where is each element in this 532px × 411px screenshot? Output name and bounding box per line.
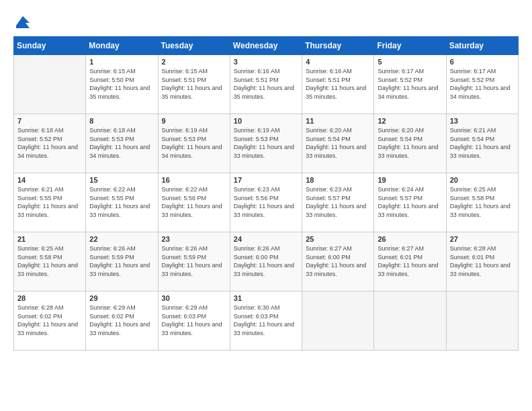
day-header-tuesday: Tuesday bbox=[158, 37, 230, 55]
day-cell: 22Sunrise: 6:26 AMSunset: 5:59 PMDayligh… bbox=[86, 232, 158, 291]
day-cell: 23Sunrise: 6:26 AMSunset: 5:59 PMDayligh… bbox=[158, 232, 230, 291]
day-content: Sunrise: 6:23 AMSunset: 5:57 PMDaylight:… bbox=[306, 185, 370, 219]
day-content: Sunrise: 6:28 AMSunset: 6:01 PMDaylight:… bbox=[450, 244, 515, 278]
day-number: 3 bbox=[234, 58, 298, 66]
day-content: Sunrise: 6:29 AMSunset: 6:02 PMDaylight:… bbox=[89, 304, 154, 337]
day-cell: 14Sunrise: 6:21 AMSunset: 5:55 PMDayligh… bbox=[14, 173, 86, 232]
day-number: 19 bbox=[378, 176, 442, 184]
day-number: 31 bbox=[234, 294, 298, 302]
day-number: 23 bbox=[162, 235, 226, 243]
day-cell: 9Sunrise: 6:19 AMSunset: 5:53 PMDaylight… bbox=[158, 114, 230, 173]
day-header-thursday: Thursday bbox=[302, 37, 374, 55]
day-content: Sunrise: 6:17 AMSunset: 5:52 PMDaylight:… bbox=[378, 67, 442, 101]
day-content: Sunrise: 6:27 AMSunset: 6:01 PMDaylight:… bbox=[378, 244, 442, 278]
day-cell: 29Sunrise: 6:29 AMSunset: 6:02 PMDayligh… bbox=[86, 291, 158, 351]
day-content: Sunrise: 6:28 AMSunset: 6:02 PMDaylight:… bbox=[17, 304, 82, 337]
day-cell: 24Sunrise: 6:26 AMSunset: 6:00 PMDayligh… bbox=[230, 232, 302, 291]
svg-marker-0 bbox=[16, 16, 30, 28]
day-number: 8 bbox=[89, 117, 154, 125]
day-content: Sunrise: 6:25 AMSunset: 5:58 PMDaylight:… bbox=[450, 185, 515, 219]
day-cell: 21Sunrise: 6:25 AMSunset: 5:58 PMDayligh… bbox=[14, 232, 86, 291]
header bbox=[13, 13, 519, 30]
day-number: 18 bbox=[306, 176, 370, 184]
day-number: 24 bbox=[234, 235, 298, 243]
day-cell: 15Sunrise: 6:22 AMSunset: 5:55 PMDayligh… bbox=[86, 173, 158, 232]
day-cell: 19Sunrise: 6:24 AMSunset: 5:57 PMDayligh… bbox=[374, 173, 446, 232]
week-row-2: 14Sunrise: 6:21 AMSunset: 5:55 PMDayligh… bbox=[14, 173, 519, 232]
day-cell bbox=[374, 291, 446, 351]
day-cell: 18Sunrise: 6:23 AMSunset: 5:57 PMDayligh… bbox=[302, 173, 374, 232]
day-cell: 12Sunrise: 6:20 AMSunset: 5:54 PMDayligh… bbox=[374, 114, 446, 173]
header-row: SundayMondayTuesdayWednesdayThursdayFrid… bbox=[14, 37, 519, 55]
calendar-table: SundayMondayTuesdayWednesdayThursdayFrid… bbox=[13, 36, 519, 351]
day-cell: 13Sunrise: 6:21 AMSunset: 5:54 PMDayligh… bbox=[446, 114, 518, 173]
day-number: 11 bbox=[306, 117, 370, 125]
day-content: Sunrise: 6:26 AMSunset: 5:59 PMDaylight:… bbox=[89, 244, 154, 278]
day-content: Sunrise: 6:19 AMSunset: 5:53 PMDaylight:… bbox=[162, 126, 226, 160]
day-header-friday: Friday bbox=[374, 37, 446, 55]
day-content: Sunrise: 6:17 AMSunset: 5:52 PMDaylight:… bbox=[450, 67, 515, 101]
day-number: 20 bbox=[450, 176, 515, 184]
day-content: Sunrise: 6:30 AMSunset: 6:03 PMDaylight:… bbox=[234, 304, 298, 337]
day-content: Sunrise: 6:18 AMSunset: 5:52 PMDaylight:… bbox=[17, 126, 82, 160]
day-header-sunday: Sunday bbox=[14, 37, 86, 55]
day-cell: 26Sunrise: 6:27 AMSunset: 6:01 PMDayligh… bbox=[374, 232, 446, 291]
day-cell: 30Sunrise: 6:29 AMSunset: 6:03 PMDayligh… bbox=[158, 291, 230, 351]
day-number: 14 bbox=[17, 176, 82, 184]
day-header-wednesday: Wednesday bbox=[230, 37, 302, 55]
day-content: Sunrise: 6:16 AMSunset: 5:51 PMDaylight:… bbox=[234, 67, 298, 101]
day-cell: 31Sunrise: 6:30 AMSunset: 6:03 PMDayligh… bbox=[230, 291, 302, 351]
day-cell: 11Sunrise: 6:20 AMSunset: 5:54 PMDayligh… bbox=[302, 114, 374, 173]
day-number: 4 bbox=[306, 58, 370, 66]
day-cell: 25Sunrise: 6:27 AMSunset: 6:00 PMDayligh… bbox=[302, 232, 374, 291]
day-number: 5 bbox=[378, 58, 442, 66]
day-content: Sunrise: 6:20 AMSunset: 5:54 PMDaylight:… bbox=[378, 126, 442, 160]
day-content: Sunrise: 6:21 AMSunset: 5:54 PMDaylight:… bbox=[450, 126, 515, 160]
day-number: 1 bbox=[89, 58, 154, 66]
day-cell: 27Sunrise: 6:28 AMSunset: 6:01 PMDayligh… bbox=[446, 232, 518, 291]
day-content: Sunrise: 6:22 AMSunset: 5:56 PMDaylight:… bbox=[162, 185, 226, 219]
day-content: Sunrise: 6:23 AMSunset: 5:56 PMDaylight:… bbox=[234, 185, 298, 219]
day-cell: 4Sunrise: 6:16 AMSunset: 5:51 PMDaylight… bbox=[302, 55, 374, 114]
day-content: Sunrise: 6:15 AMSunset: 5:50 PMDaylight:… bbox=[89, 67, 154, 101]
day-number: 21 bbox=[17, 235, 82, 243]
day-number: 22 bbox=[89, 235, 154, 243]
day-content: Sunrise: 6:19 AMSunset: 5:53 PMDaylight:… bbox=[234, 126, 298, 160]
day-content: Sunrise: 6:24 AMSunset: 5:57 PMDaylight:… bbox=[378, 185, 442, 219]
day-cell: 28Sunrise: 6:28 AMSunset: 6:02 PMDayligh… bbox=[14, 291, 86, 351]
day-content: Sunrise: 6:26 AMSunset: 5:59 PMDaylight:… bbox=[162, 244, 226, 278]
day-cell: 3Sunrise: 6:16 AMSunset: 5:51 PMDaylight… bbox=[230, 55, 302, 114]
day-number: 7 bbox=[17, 117, 82, 125]
day-number: 15 bbox=[89, 176, 154, 184]
week-row-1: 7Sunrise: 6:18 AMSunset: 5:52 PMDaylight… bbox=[14, 114, 519, 173]
day-number: 12 bbox=[378, 117, 442, 125]
day-content: Sunrise: 6:15 AMSunset: 5:51 PMDaylight:… bbox=[162, 67, 226, 101]
logo bbox=[13, 13, 31, 30]
week-row-0: 1Sunrise: 6:15 AMSunset: 5:50 PMDaylight… bbox=[14, 55, 519, 114]
day-cell: 6Sunrise: 6:17 AMSunset: 5:52 PMDaylight… bbox=[446, 55, 518, 114]
day-content: Sunrise: 6:21 AMSunset: 5:55 PMDaylight:… bbox=[17, 185, 82, 219]
day-content: Sunrise: 6:16 AMSunset: 5:51 PMDaylight:… bbox=[306, 67, 370, 101]
day-cell: 2Sunrise: 6:15 AMSunset: 5:51 PMDaylight… bbox=[158, 55, 230, 114]
day-content: Sunrise: 6:18 AMSunset: 5:53 PMDaylight:… bbox=[89, 126, 154, 160]
day-cell bbox=[14, 55, 86, 114]
day-content: Sunrise: 6:29 AMSunset: 6:03 PMDaylight:… bbox=[162, 304, 226, 337]
day-content: Sunrise: 6:22 AMSunset: 5:55 PMDaylight:… bbox=[89, 185, 154, 219]
day-number: 13 bbox=[450, 117, 515, 125]
week-row-4: 28Sunrise: 6:28 AMSunset: 6:02 PMDayligh… bbox=[14, 291, 519, 351]
day-number: 29 bbox=[89, 294, 154, 302]
day-number: 27 bbox=[450, 235, 515, 243]
day-number: 6 bbox=[450, 58, 515, 66]
day-number: 2 bbox=[162, 58, 226, 66]
day-number: 16 bbox=[162, 176, 226, 184]
day-number: 17 bbox=[234, 176, 298, 184]
day-content: Sunrise: 6:26 AMSunset: 6:00 PMDaylight:… bbox=[234, 244, 298, 278]
day-header-monday: Monday bbox=[86, 37, 158, 55]
day-cell bbox=[446, 291, 518, 351]
day-content: Sunrise: 6:25 AMSunset: 5:58 PMDaylight:… bbox=[17, 244, 82, 278]
day-cell: 10Sunrise: 6:19 AMSunset: 5:53 PMDayligh… bbox=[230, 114, 302, 173]
day-cell: 1Sunrise: 6:15 AMSunset: 5:50 PMDaylight… bbox=[86, 55, 158, 114]
day-cell: 16Sunrise: 6:22 AMSunset: 5:56 PMDayligh… bbox=[158, 173, 230, 232]
day-header-saturday: Saturday bbox=[446, 37, 518, 55]
day-number: 30 bbox=[162, 294, 226, 302]
